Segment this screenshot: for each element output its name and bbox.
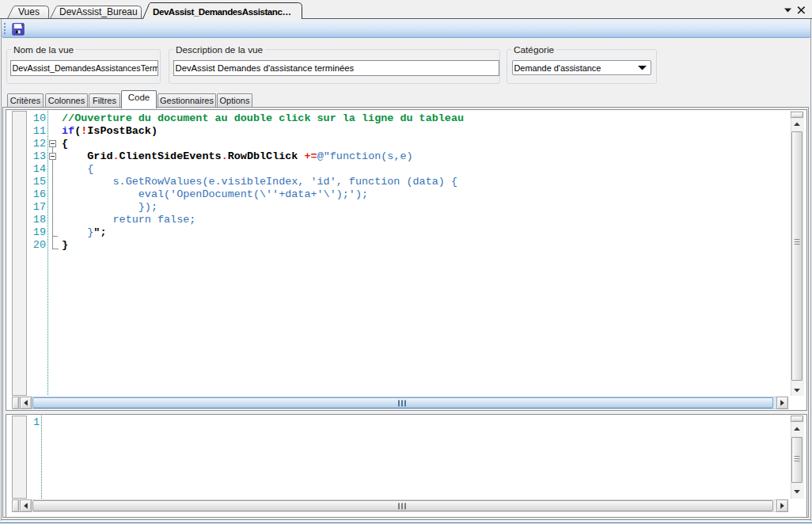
- svg-text:DevAssist_DemandesAssistanc…: DevAssist_DemandesAssistanc…: [153, 6, 291, 17]
- svg-text:DevAssist_Bureau: DevAssist_Bureau: [59, 6, 138, 17]
- svg-text:Vues: Vues: [18, 6, 40, 17]
